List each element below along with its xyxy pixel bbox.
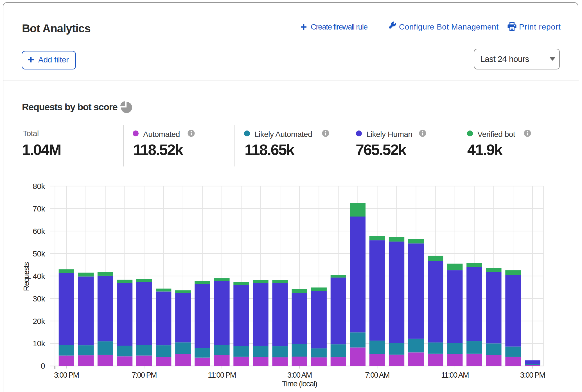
svg-text:3:00 PM: 3:00 PM (520, 371, 545, 379)
svg-text:20k: 20k (33, 317, 45, 326)
svg-text:60k: 60k (33, 227, 45, 236)
svg-text:11:00 AM: 11:00 AM (441, 371, 469, 379)
svg-text:70k: 70k (33, 204, 45, 213)
svg-text:10k: 10k (33, 339, 45, 348)
svg-text:7:00 AM: 7:00 AM (365, 371, 389, 379)
svg-text:11:00 PM: 11:00 PM (208, 371, 236, 379)
svg-text:0: 0 (41, 362, 45, 370)
svg-text:40k: 40k (33, 272, 45, 281)
svg-text:Requests: Requests (22, 262, 31, 291)
svg-text:50k: 50k (33, 249, 45, 258)
svg-text:80k: 80k (33, 182, 45, 191)
svg-text:3:00 AM: 3:00 AM (287, 371, 312, 379)
svg-text:30k: 30k (33, 294, 45, 303)
svg-text:Time (local): Time (local) (282, 379, 317, 388)
svg-text:3:00 PM: 3:00 PM (54, 371, 79, 379)
svg-text:7:00 PM: 7:00 PM (132, 371, 157, 379)
